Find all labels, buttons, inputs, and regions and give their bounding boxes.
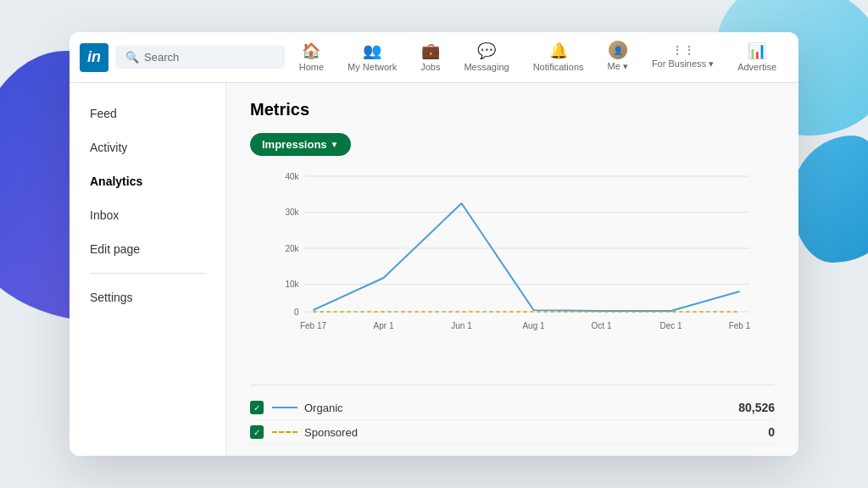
chart-container: 40k 30k 20k 10k 0 Feb 17 Apr 1 Jun 1 Aug… <box>250 168 775 371</box>
legend-item-sponsored: ✓ Sponsored 0 <box>250 420 775 445</box>
organic-label: Organic <box>304 402 738 414</box>
nav-label-home: Home <box>299 62 324 72</box>
nav-bar: in 🔍 Search 🏠 Home 👥 My Network 💼 Jobs 💬… <box>70 32 798 83</box>
svg-text:Feb 17: Feb 17 <box>300 321 327 330</box>
nav-label-messaging: Messaging <box>464 62 509 72</box>
svg-text:Aug 1: Aug 1 <box>522 321 545 330</box>
nav-item-me[interactable]: 👤 Me ▾ <box>596 32 640 83</box>
svg-text:20k: 20k <box>285 244 299 253</box>
notifications-icon: 🔔 <box>549 42 568 60</box>
svg-text:Apr 1: Apr 1 <box>374 321 394 330</box>
background-blob-right-bottom <box>792 136 868 263</box>
nav-item-advertise[interactable]: 📊 Advertise <box>726 32 788 83</box>
nav-item-for-business[interactable]: ⋮⋮ For Business ▾ <box>640 32 726 83</box>
sidebar-item-feed[interactable]: Feed <box>70 97 225 130</box>
nav-label-advertise: Advertise <box>737 62 776 72</box>
sponsored-label: Sponsored <box>304 426 768 439</box>
nav-label-me: Me ▾ <box>608 61 628 72</box>
home-icon: 🏠 <box>302 42 320 60</box>
sidebar-divider <box>90 273 205 274</box>
sponsored-value: 0 <box>768 425 775 439</box>
advertise-icon: 📊 <box>748 42 766 60</box>
impressions-label: Impressions <box>262 138 327 151</box>
nav-item-my-network[interactable]: 👥 My Network <box>336 32 409 83</box>
nav-label-jobs: Jobs <box>420 62 440 72</box>
nav-item-messaging[interactable]: 💬 Messaging <box>452 32 520 83</box>
analytics-panel: Metrics Impressions ▼ 40k 30k 20k <box>226 83 798 456</box>
organic-checkbox[interactable]: ✓ <box>250 401 264 414</box>
sidebar-item-inbox[interactable]: Inbox <box>70 198 225 232</box>
nav-label-for-business: For Business ▾ <box>652 58 714 69</box>
svg-text:Jun 1: Jun 1 <box>451 321 472 330</box>
sponsored-line-indicator <box>272 431 298 433</box>
organic-line-indicator <box>272 407 298 408</box>
sidebar-item-settings[interactable]: Settings <box>70 280 225 314</box>
sponsored-checkbox[interactable]: ✓ <box>250 425 264 439</box>
sidebar: Feed Activity Analytics Inbox Edit page … <box>70 83 226 456</box>
browser-window: in 🔍 Search 🏠 Home 👥 My Network 💼 Jobs 💬… <box>70 32 798 456</box>
nav-item-home[interactable]: 🏠 Home <box>287 32 336 83</box>
my-network-icon: 👥 <box>363 42 381 60</box>
nav-item-jobs[interactable]: 💼 Jobs <box>409 32 452 83</box>
legend-item-organic: ✓ Organic 80,526 <box>250 396 775 420</box>
organic-line <box>314 203 740 311</box>
svg-text:Dec 1: Dec 1 <box>659 321 682 330</box>
search-bar[interactable]: 🔍 Search <box>115 46 285 69</box>
svg-text:30k: 30k <box>285 208 299 217</box>
impressions-button[interactable]: Impressions ▼ <box>250 133 351 156</box>
nav-items: 🏠 Home 👥 My Network 💼 Jobs 💬 Messaging 🔔… <box>287 32 788 83</box>
for-business-icon: ⋮⋮ <box>671 43 695 57</box>
svg-text:10k: 10k <box>285 280 299 289</box>
jobs-icon: 💼 <box>421 42 440 60</box>
nav-item-notifications[interactable]: 🔔 Notifications <box>521 32 596 83</box>
legend: ✓ Organic 80,526 ✓ Sponsored 0 <box>250 385 775 445</box>
organic-value: 80,526 <box>738 401 775 414</box>
sidebar-item-activity[interactable]: Activity <box>70 130 225 164</box>
avatar: 👤 <box>609 41 627 59</box>
search-input-label: Search <box>144 51 179 64</box>
messaging-icon: 💬 <box>477 42 496 60</box>
linkedin-logo: in <box>80 43 108 72</box>
sidebar-item-edit-page[interactable]: Edit page <box>70 232 225 266</box>
svg-text:0: 0 <box>294 308 299 317</box>
nav-label-my-network: My Network <box>348 62 397 72</box>
metrics-chart: 40k 30k 20k 10k 0 Feb 17 Apr 1 Jun 1 Aug… <box>250 168 775 337</box>
main-content: Feed Activity Analytics Inbox Edit page … <box>70 83 798 456</box>
svg-text:Oct 1: Oct 1 <box>592 321 612 330</box>
svg-text:Feb 1: Feb 1 <box>729 321 751 330</box>
metrics-title: Metrics <box>250 100 775 119</box>
chevron-down-icon: ▼ <box>331 140 339 149</box>
sidebar-item-analytics[interactable]: Analytics <box>70 164 225 198</box>
nav-label-notifications: Notifications <box>533 62 584 72</box>
svg-text:40k: 40k <box>285 172 299 181</box>
search-icon: 🔍 <box>125 51 139 64</box>
